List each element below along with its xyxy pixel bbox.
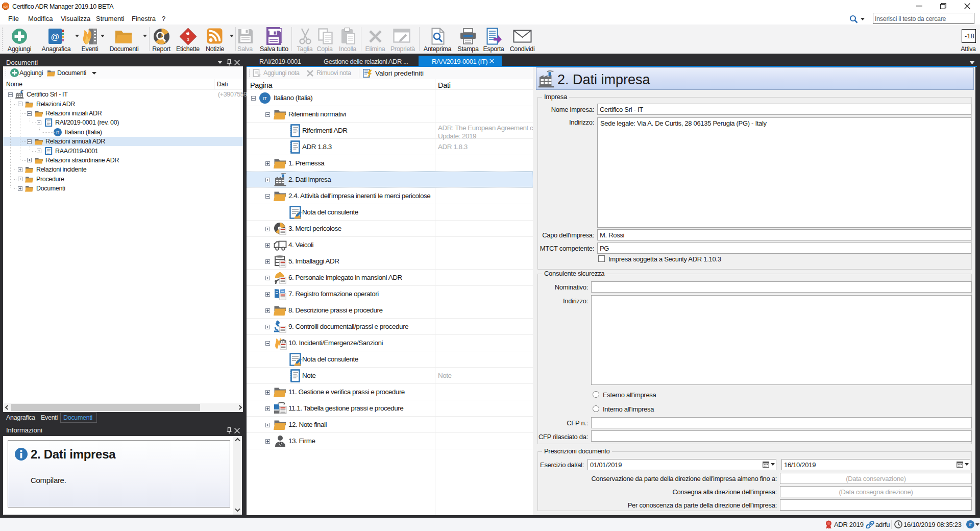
- svg-text:@: @: [51, 32, 59, 42]
- svg-text:IT: IT: [969, 523, 972, 526]
- svg-text:ADR: ADR: [3, 6, 8, 8]
- svg-text:3: 3: [187, 37, 189, 42]
- svg-text:IT: IT: [56, 131, 60, 134]
- svg-text:IT: IT: [263, 96, 267, 101]
